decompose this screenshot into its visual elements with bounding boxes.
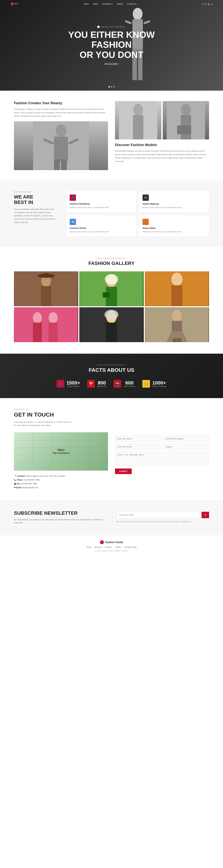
form-phone-input[interactable] bbox=[163, 436, 209, 442]
services-left: Our Services WE ARE BEST IN Sed ut persp… bbox=[14, 191, 56, 237]
services-grid: 👗 Fashion Modelling Integer sit amet mat… bbox=[66, 191, 209, 237]
footer-link-about[interactable]: About Us bbox=[95, 546, 102, 548]
about-text-1: Pellentesque volutpat urna eget venenati… bbox=[14, 107, 108, 118]
navigation-bar: ✦ FT Home About Dropdown ▾ Gallery Conta… bbox=[0, 0, 223, 8]
svg-rect-34 bbox=[103, 292, 110, 298]
service-icon-fashion-shows: ❄ bbox=[70, 219, 76, 225]
svg-rect-46 bbox=[177, 338, 181, 342]
gallery-item-2[interactable] bbox=[79, 271, 144, 306]
svg-rect-15 bbox=[133, 115, 144, 140]
gallery-item-6[interactable] bbox=[145, 307, 209, 342]
svg-point-14 bbox=[133, 104, 143, 116]
contact-phone: 📞 Phone +01 098 8907 9981 bbox=[14, 478, 108, 482]
social-instagram[interactable]: in bbox=[204, 3, 206, 5]
fact-item-models: 👗 1500+ Fashion Models bbox=[57, 380, 80, 388]
about-title-1: Fashion Creates Your Beauty bbox=[14, 101, 108, 105]
nav-home[interactable]: Home bbox=[84, 3, 89, 5]
map: 旧金山 San Francisco bbox=[14, 432, 108, 471]
newsletter-left: SUBSCRIBE NEWSLETTER By subscribing to o… bbox=[14, 510, 106, 524]
form-message-input[interactable] bbox=[115, 452, 209, 466]
service-card-stylish-makeup: ✏ Stylish Makeup Integer sit amet matrix… bbox=[139, 191, 209, 213]
footer-link-gallery[interactable]: Gallery bbox=[115, 546, 121, 548]
fact-label-awards: Awards Won bbox=[97, 385, 107, 387]
service-text-stylish-makeup: Integer sit amet matrix quam, sit amet u… bbox=[142, 206, 205, 209]
newsletter-privacy-text: We respect your privacy and will never s… bbox=[117, 520, 209, 523]
nav-about[interactable]: About bbox=[93, 3, 98, 5]
form-email-input[interactable] bbox=[115, 444, 161, 450]
contact-email: ✉ Email info@example.com bbox=[14, 486, 108, 489]
newsletter-email-input[interactable] bbox=[117, 512, 201, 518]
fact-item-feedback: 😊 1000+ Positive Feedback bbox=[142, 380, 166, 388]
contact-location: 📍 Location Fashion Agency, 2nd cross, 4t… bbox=[14, 474, 108, 478]
service-icon-fashion-modelling: 👗 bbox=[70, 194, 76, 201]
form-row-name-phone bbox=[115, 436, 209, 442]
hero-cta[interactable]: See Our Gallery bbox=[105, 63, 119, 65]
social-twitter[interactable]: tw bbox=[208, 3, 210, 5]
gallery-col-center bbox=[79, 271, 144, 342]
fact-number-models: 1500+ bbox=[66, 380, 80, 385]
footer-link-company[interactable]: Company Facts bbox=[124, 546, 136, 548]
contact-form-area: SUBMIT bbox=[115, 432, 209, 489]
newsletter-description: By subscribing to our mailing list you w… bbox=[14, 518, 106, 524]
navbar-social: f in tw p bbox=[202, 3, 213, 5]
contact-fax: 📠 Fax +01 098 8907 9981 bbox=[14, 482, 108, 486]
svg-point-43 bbox=[172, 310, 182, 321]
nav-gallery[interactable]: Gallery bbox=[117, 3, 123, 5]
fact-number-awards: 800 bbox=[97, 380, 107, 385]
hero-brand: FASHION TRENDZ bbox=[51, 26, 172, 28]
gallery-grid bbox=[14, 271, 209, 343]
nav-contact[interactable]: Contact Us bbox=[127, 3, 136, 5]
newsletter-submit-button[interactable]: ➤ bbox=[201, 512, 209, 518]
svg-rect-4 bbox=[125, 20, 132, 24]
social-pinterest[interactable]: p bbox=[212, 3, 213, 5]
hero-dot-3[interactable] bbox=[113, 86, 115, 88]
fact-label-models: Fashion Models bbox=[66, 385, 80, 387]
service-text-fashion-modelling: Integer sit amet matrix quam, sit amet u… bbox=[70, 206, 133, 209]
gallery-col-left bbox=[14, 271, 78, 342]
footer-brand-name: Fashion Trendz bbox=[105, 541, 123, 544]
service-text-ramp-walks: Integer sit amet matrix quam, sit amet u… bbox=[142, 230, 205, 233]
footer-link-home[interactable]: Home bbox=[87, 546, 91, 548]
hero-dot-1[interactable] bbox=[108, 86, 110, 88]
contact-description: If you have any queries, or want to spea… bbox=[14, 421, 73, 427]
service-icon-ramp-walks: 🚶 bbox=[142, 219, 149, 225]
contact-map-info: 旧金山 San Francisco 📍 Location Fas bbox=[14, 432, 108, 489]
gallery-item-5[interactable] bbox=[79, 307, 144, 342]
footer-copyright: © 2024 Fashion Trendz. All rights reserv… bbox=[14, 550, 209, 552]
gallery-item-3[interactable] bbox=[145, 271, 209, 306]
svg-point-32 bbox=[105, 274, 118, 284]
form-name-input[interactable] bbox=[115, 436, 161, 442]
svg-point-26 bbox=[33, 312, 42, 323]
footer-link-services[interactable]: Services bbox=[105, 546, 112, 548]
svg-rect-29 bbox=[49, 322, 58, 342]
svg-rect-41 bbox=[171, 285, 182, 306]
footer: ✦ Fashion Trendz Home About Us Services … bbox=[0, 535, 223, 557]
service-title-ramp-walks: Ramp Walks bbox=[142, 227, 205, 229]
fact-number-shows: 600 bbox=[123, 380, 135, 385]
newsletter-form: ➤ bbox=[117, 512, 209, 518]
facts-label: Our Fashion Models bbox=[14, 364, 209, 366]
contact-label: Contact Us bbox=[14, 408, 209, 410]
facts-section: Our Fashion Models FACTS ABOUT US 👗 1500… bbox=[0, 354, 223, 398]
fact-label-feedback: Positive Feedback bbox=[152, 385, 166, 387]
fact-icon-awards: 🏆 bbox=[87, 380, 95, 388]
gallery-item-1[interactable] bbox=[14, 271, 78, 306]
form-submit-button[interactable]: SUBMIT bbox=[115, 468, 132, 474]
gallery-item-4[interactable] bbox=[14, 307, 78, 342]
fact-icon-shows: 📸 bbox=[114, 380, 121, 388]
hero-dot-2[interactable] bbox=[111, 86, 112, 88]
services-section: Our Services WE ARE BEST IN Sed ut persp… bbox=[0, 181, 223, 247]
svg-rect-25 bbox=[15, 307, 77, 342]
svg-point-28 bbox=[49, 312, 58, 323]
form-subject-input[interactable] bbox=[163, 444, 209, 450]
brand-text: FASHION TRENDZ bbox=[101, 26, 126, 28]
navbar-logo[interactable]: ✦ FT bbox=[10, 2, 18, 6]
service-title-stylish-makeup: Stylish Makeup bbox=[142, 203, 205, 205]
social-facebook[interactable]: f bbox=[202, 3, 203, 5]
about-right-images bbox=[115, 101, 209, 140]
contact-form: SUBMIT bbox=[115, 436, 209, 474]
navbar-links: Home About Dropdown ▾ Gallery Contact Us bbox=[84, 3, 136, 5]
svg-rect-5 bbox=[143, 20, 151, 24]
nav-dropdown[interactable]: Dropdown ▾ bbox=[102, 3, 113, 5]
svg-rect-8 bbox=[54, 137, 68, 161]
